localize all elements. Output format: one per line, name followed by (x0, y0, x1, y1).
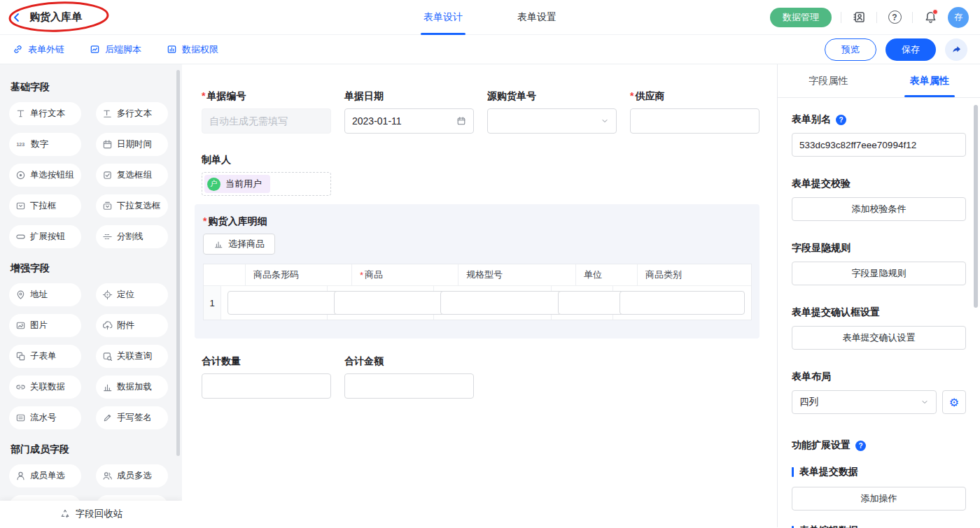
total-amount-input[interactable] (352, 380, 466, 392)
data-permission-icon (167, 44, 177, 55)
form-layout-select[interactable]: 四列 (792, 390, 937, 414)
sidebar-item-data-load[interactable]: 数据加载 (96, 376, 168, 399)
notification-dot (932, 9, 938, 15)
total-qty-input[interactable] (209, 380, 323, 392)
select-product-button[interactable]: 选择商品 (203, 234, 275, 255)
data-manage-button[interactable]: 数据管理 (770, 8, 832, 27)
sidebar-item-checkbox-group[interactable]: 复选框组 (96, 164, 168, 187)
text-single-icon (15, 108, 26, 119)
chevron-down-icon (601, 117, 609, 125)
sidebar-scrollbar[interactable] (176, 70, 180, 456)
help-icon[interactable]: ? (836, 115, 846, 125)
notification-bell-icon[interactable] (922, 9, 939, 26)
avatar[interactable]: 存 (948, 7, 969, 28)
sidebar-item-number[interactable]: 123 数字 (9, 133, 81, 156)
tab-form-properties[interactable]: 表单属性 (879, 64, 980, 97)
extension-settings-label: 功能扩展设置 (792, 439, 850, 452)
app-header: 购货入库单 表单设计 表单设置 数据管理 ? 存 (0, 0, 980, 35)
calendar-icon (456, 116, 466, 126)
help-icon[interactable]: ? (886, 9, 903, 26)
creator-value-box[interactable]: 户 当前用户 (202, 172, 331, 196)
field-doc-no[interactable]: *单据编号 (202, 90, 331, 134)
field-doc-date[interactable]: 单据日期 2023-01-11 (344, 90, 474, 134)
properties-panel: 字段属性 表单属性 表单别名 ? 表单提交校验 添加校验条件 字段显隐规则 字段… (777, 64, 980, 527)
subform-icon (15, 351, 26, 362)
tab-form-design[interactable]: 表单设计 (421, 0, 465, 35)
field-supplier[interactable]: *供应商 (630, 90, 760, 134)
spec-cell-input[interactable] (440, 291, 566, 315)
member-multi-icon (102, 471, 113, 481)
sidebar-item-locate[interactable]: 定位 (96, 283, 168, 306)
user-avatar-icon: 户 (207, 178, 220, 191)
sidebar-item-image[interactable]: 图片 (9, 314, 81, 337)
field-creator[interactable]: 制单人 户 当前用户 (202, 153, 760, 196)
divider (876, 12, 877, 23)
preview-button[interactable]: 预览 (825, 38, 876, 61)
sidebar-item-attachment[interactable]: 附件 (96, 314, 168, 337)
tab-field-properties[interactable]: 字段属性 (778, 64, 879, 97)
calendar-icon (102, 139, 113, 150)
submit-data-add-action-button[interactable]: 添加操作 (792, 487, 966, 511)
signature-pen-icon (102, 413, 113, 423)
data-permission-link[interactable]: 数据权限 (167, 43, 218, 56)
sidebar-item-related-query[interactable]: 关联查询 (96, 345, 168, 368)
panel-scrollbar[interactable] (974, 105, 978, 308)
divider (912, 12, 913, 23)
field-visibility-label: 字段显隐规则 (792, 242, 966, 255)
contacts-icon[interactable] (850, 9, 867, 26)
attachment-cloud-icon (102, 320, 113, 331)
sidebar-item-subform[interactable]: 子表单 (9, 345, 81, 368)
supplier-input[interactable] (638, 115, 752, 127)
bar-chart-icon (214, 239, 223, 249)
sidebar-item-member-single[interactable]: 成员单选 (9, 464, 81, 487)
field-visibility-button[interactable]: 字段显隐规则 (792, 262, 966, 285)
submit-confirm-button[interactable]: 表单提交确认设置 (792, 326, 966, 350)
field-recycle-bin[interactable]: 字段回收站 (0, 501, 182, 527)
sidebar-item-dropdown[interactable]: 下拉框 (9, 194, 81, 217)
sidebar-item-multi-text[interactable]: 多行文本 (96, 102, 168, 125)
sidebar-item-serial-number[interactable]: 流水号 (9, 406, 81, 429)
help-icon[interactable]: ? (855, 441, 866, 451)
dropdown-icon (15, 201, 26, 211)
sidebar-item-signature[interactable]: 手写签名 (96, 406, 168, 429)
section-title-basic-fields: 基础字段 (10, 81, 172, 94)
share-button[interactable] (945, 38, 967, 61)
form-external-link[interactable]: 表单外链 (13, 43, 64, 56)
form-toolbar: 表单外链 后端脚本 数据权限 预览 保存 (0, 35, 980, 64)
field-total-amount[interactable]: 合计金额 (344, 355, 474, 399)
save-button[interactable]: 保存 (886, 38, 936, 61)
sidebar-item-radio-group[interactable]: 单选按钮组 (9, 164, 81, 187)
form-alias-label: 表单别名 (792, 113, 831, 126)
form-layout-label: 表单布局 (792, 371, 966, 383)
tab-form-settings[interactable]: 表单设置 (514, 0, 559, 35)
form-canvas: *单据编号 单据日期 2023-01-11 源购货单号 (182, 64, 777, 527)
detail-subform-section[interactable]: *购货入库明细 选择商品 商品条形码 *商品 规格型号 单位 商品类别 1 (195, 204, 760, 338)
sidebar-item-divider-line[interactable]: 分割线 (96, 225, 168, 248)
dropdown-multi-icon (102, 201, 113, 211)
header-tabs: 表单设计 表单设置 (421, 0, 559, 35)
sidebar-item-member-multi[interactable]: 成员多选 (96, 464, 168, 487)
chevron-down-icon (920, 398, 929, 406)
doc-no-input[interactable] (209, 115, 323, 127)
layout-settings-button[interactable]: ⚙ (942, 390, 966, 414)
field-source-order[interactable]: 源购货单号 (487, 90, 617, 134)
field-palette-sidebar: 基础字段 单行文本 多行文本 123 数字 日期时间 单选按钮组 (0, 64, 182, 527)
sidebar-item-related-data[interactable]: 关联数据 (9, 376, 81, 399)
add-validation-button[interactable]: 添加校验条件 (792, 197, 966, 221)
current-user-tag[interactable]: 户 当前用户 (204, 175, 270, 193)
sidebar-item-dropdown-multi[interactable]: 下拉复选框 (96, 194, 168, 217)
sidebar-item-single-text[interactable]: 单行文本 (9, 102, 81, 125)
back-icon[interactable] (11, 12, 22, 23)
column-header-category: 商品类别 (638, 264, 751, 286)
extend-button-icon (15, 231, 26, 242)
backend-script-link[interactable]: 后端脚本 (90, 43, 141, 56)
doc-date-input[interactable]: 2023-01-11 (344, 108, 474, 134)
field-total-qty[interactable]: 合计数量 (202, 355, 331, 399)
source-order-select[interactable] (487, 108, 617, 134)
column-header-spec: 规格型号 (458, 264, 576, 286)
category-cell-input[interactable] (620, 291, 745, 315)
sidebar-item-extend-button[interactable]: 扩展按钮 (9, 225, 81, 248)
form-alias-input[interactable] (799, 140, 958, 150)
sidebar-item-datetime[interactable]: 日期时间 (96, 133, 168, 156)
sidebar-item-address[interactable]: 地址 (9, 283, 81, 306)
